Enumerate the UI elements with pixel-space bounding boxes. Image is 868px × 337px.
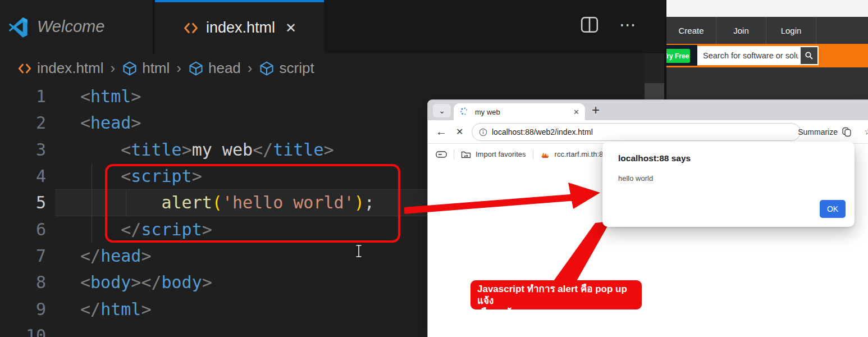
search-icon bbox=[805, 51, 814, 60]
summarize-control[interactable]: Summarize bbox=[798, 120, 852, 144]
bookmark-import-favorites[interactable]: Import favorites bbox=[461, 150, 526, 159]
tab-close-icon[interactable]: ✕ bbox=[285, 20, 296, 36]
code-token: > bbox=[202, 220, 212, 239]
line-number: 7 bbox=[0, 246, 46, 266]
code-token: </ bbox=[141, 272, 161, 292]
code-token: head bbox=[100, 246, 141, 266]
search-button[interactable] bbox=[801, 47, 817, 64]
line-number: 10 bbox=[0, 326, 46, 337]
code-token: ) bbox=[354, 193, 364, 212]
code-token: < bbox=[80, 272, 90, 292]
code-token: > bbox=[202, 272, 212, 292]
code-text: <head> bbox=[46, 113, 141, 133]
breadcrumb-item-script[interactable]: script bbox=[259, 60, 314, 77]
code-token: html bbox=[90, 86, 131, 106]
browser-nav-bar: ← ✕ localhost:88/web2/index.html Summari… bbox=[428, 120, 868, 144]
try-free-button[interactable]: Try Free bbox=[666, 49, 690, 63]
alert-message: hello world bbox=[618, 174, 653, 183]
line-number: 1 bbox=[0, 86, 46, 106]
search-combo bbox=[697, 46, 819, 65]
breadcrumb-label: index.html bbox=[37, 60, 104, 77]
code-token: </ bbox=[80, 246, 100, 266]
divider bbox=[533, 149, 533, 160]
website-search-bar: Try Free bbox=[666, 44, 868, 67]
code-token bbox=[80, 220, 121, 239]
code-token: </ bbox=[80, 299, 100, 319]
code-token: > bbox=[324, 140, 334, 160]
vscode-tab-bar: Welcome index.html ✕ ⋯ bbox=[0, 0, 666, 53]
code-token: my web bbox=[192, 140, 253, 160]
breadcrumb-item-head[interactable]: head bbox=[188, 60, 241, 77]
code-token: html bbox=[100, 299, 141, 319]
favorites-star-icon[interactable]: ☆ bbox=[864, 126, 868, 138]
code-token: alert bbox=[162, 193, 212, 212]
menu-item-join[interactable]: Join bbox=[716, 17, 766, 44]
minimap-slider[interactable] bbox=[645, 83, 664, 100]
html-file-icon bbox=[182, 20, 199, 37]
code-token: < bbox=[121, 140, 131, 160]
info-icon bbox=[479, 128, 487, 136]
tab-search-button[interactable]: ⌄ bbox=[433, 104, 451, 117]
browser-tab-close-icon[interactable]: ✕ bbox=[573, 108, 579, 116]
tab-index-html[interactable]: index.html ✕ bbox=[155, 0, 324, 53]
js-alert-dialog: localhost:88 says hello world OK bbox=[602, 142, 855, 227]
code-token: ( bbox=[212, 193, 222, 212]
code-token: script bbox=[141, 220, 202, 239]
code-text: alert('hello world'); bbox=[46, 193, 374, 212]
code-text: <title>my web</title> bbox=[46, 140, 334, 160]
code-text: </script> bbox=[46, 220, 212, 239]
new-tab-button[interactable]: + bbox=[592, 102, 600, 118]
breadcrumb-item-html[interactable]: html bbox=[122, 60, 170, 77]
code-text: <html> bbox=[46, 86, 141, 106]
editor-actions: ⋯ bbox=[580, 15, 637, 34]
website-header-region: CreateJoinLogin Try Free bbox=[666, 0, 868, 100]
breadcrumb-label: script bbox=[279, 60, 314, 77]
screenshot-canvas: Welcome index.html ✕ ⋯ index.html›html›h… bbox=[0, 0, 868, 337]
html-file-icon bbox=[17, 61, 33, 76]
code-text: </head> bbox=[46, 246, 151, 266]
code-token bbox=[80, 140, 121, 160]
breadcrumb-label: html bbox=[142, 60, 170, 77]
browser-tab-my-web[interactable]: my web ✕ bbox=[454, 103, 585, 120]
tab-welcome[interactable]: Welcome bbox=[0, 0, 153, 53]
stop-icon[interactable]: ✕ bbox=[456, 126, 463, 137]
divider bbox=[454, 149, 454, 160]
tab-welcome-label: Welcome bbox=[37, 17, 104, 36]
menu-item-create[interactable]: Create bbox=[666, 17, 716, 44]
code-token: > bbox=[192, 166, 202, 186]
symbol-cube-icon bbox=[259, 61, 275, 76]
code-token: < bbox=[80, 86, 90, 106]
code-token: > bbox=[131, 272, 141, 292]
line-number: 9 bbox=[0, 299, 46, 319]
code-token: title bbox=[273, 140, 323, 160]
code-token: > bbox=[141, 246, 151, 266]
code-token: body bbox=[90, 272, 131, 292]
back-icon[interactable]: ← bbox=[436, 125, 447, 138]
favorites-bar-icon[interactable] bbox=[436, 150, 447, 159]
code-text: <body></body> bbox=[46, 272, 212, 292]
code-text: </html> bbox=[46, 299, 151, 319]
code-token: 'hello world' bbox=[222, 193, 354, 212]
ok-button[interactable]: OK bbox=[820, 200, 846, 218]
tab-index-label: index.html bbox=[206, 19, 275, 37]
line-number: 5 bbox=[0, 193, 46, 212]
code-text: <script> bbox=[46, 166, 202, 186]
annotation-callout-box: Javascript ทำการ alert คือ pop up แจ้ง เ… bbox=[470, 280, 642, 309]
address-bar[interactable]: localhost:88/web2/index.html bbox=[472, 123, 801, 141]
code-token: < bbox=[80, 113, 90, 133]
breadcrumb-separator-icon: › bbox=[111, 60, 116, 77]
code-token: </ bbox=[121, 220, 141, 239]
menu-item-login[interactable]: Login bbox=[766, 17, 816, 44]
breadcrumb-label: head bbox=[208, 60, 241, 77]
code-token: < bbox=[121, 166, 131, 186]
breadcrumb-item-index-html[interactable]: index.html bbox=[17, 60, 104, 77]
code-token: > bbox=[182, 140, 192, 160]
search-input[interactable] bbox=[698, 47, 801, 64]
split-editor-icon[interactable] bbox=[580, 15, 599, 34]
copilot-icon bbox=[841, 126, 852, 138]
summarize-label: Summarize bbox=[798, 127, 838, 136]
bookmark-rcc-site[interactable]: rcc.rtarf.mi.th:888 bbox=[540, 150, 611, 158]
website-top-strip bbox=[666, 0, 868, 17]
more-actions-icon[interactable]: ⋯ bbox=[619, 15, 637, 34]
callout-text-line1: Javascript ทำการ alert คือ pop up แจ้ง bbox=[477, 283, 642, 307]
